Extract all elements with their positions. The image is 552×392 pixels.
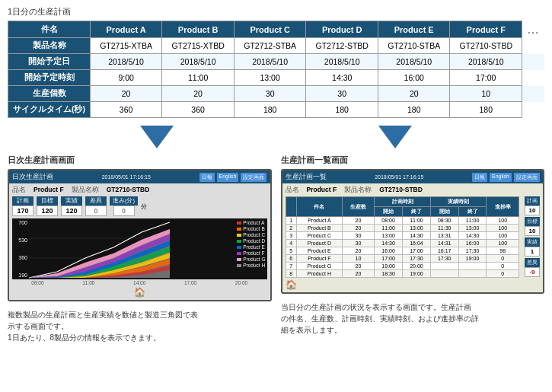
cell-st-0: 08:00 — [375, 217, 403, 225]
cell-qty-3: 30 — [342, 240, 374, 247]
cell-name-5: Product F — [297, 255, 343, 263]
cell-st-2: 13:00 — [375, 232, 403, 240]
right-screen-title: 生産計画一覧 — [286, 172, 327, 182]
left-btn3[interactable]: 設定画面 — [241, 173, 266, 182]
table-row: 開始予定時刻 9:00 11:00 13:00 14:30 16:00 17:0… — [8, 70, 544, 86]
cell-1-5: 2018/5/10 — [450, 54, 522, 70]
right-btn3[interactable]: 設定画面 — [514, 173, 540, 182]
y-label-0: 700 — [14, 220, 27, 225]
left-chart: 700 530 360 190 — [12, 218, 267, 279]
right-table-row: 7 Product G 20 19:00 20:00 0 — [286, 263, 519, 270]
th-qty: 生産数 — [342, 197, 374, 217]
cell-en-1: 13:00 — [403, 225, 431, 232]
right-btn1[interactable]: 日報 — [472, 173, 487, 182]
cell-name-4: Product E — [297, 247, 343, 255]
cell-rst-2: 13:31 — [430, 232, 458, 240]
left-field-label1: 品名 — [12, 186, 26, 195]
legend-label-e: Product E — [243, 244, 265, 250]
cell-3-1: 20 — [162, 86, 235, 102]
cell-st-4: 16:00 — [375, 247, 403, 255]
cell-name-6: Product G — [297, 263, 343, 270]
chart-y-labels: 700 530 360 190 — [12, 218, 29, 279]
left-description: 複数製品の生産計画と生産実績を数値と製造三角図で表 示する画面です。 1日あたり… — [8, 309, 272, 343]
cell-2-1: 11:00 — [162, 70, 235, 86]
right-panel: 生産計画一覧画面 生産計画一覧 2018/05/01 17:16:15 日報 E… — [281, 155, 545, 336]
cell-2-3: 14:30 — [306, 70, 378, 86]
cell-rst-7 — [430, 270, 458, 278]
left-btn2[interactable]: English — [217, 173, 239, 182]
legend-label-d: Product D — [243, 238, 265, 244]
legend-dot-a — [237, 221, 241, 225]
right-table-row: 5 Product E 20 16:00 17:00 16:17 17:30 9… — [286, 247, 519, 255]
left-screen-mock: 日次生産計画 2018/05/01 17:16:15 日報 English 設定… — [8, 169, 272, 301]
cell-ren-0: 11:00 — [458, 217, 487, 225]
cell-4-0: 360 — [91, 102, 162, 118]
cell-en-3: 16:04 — [403, 240, 431, 247]
cell-st-3: 14:30 — [375, 240, 403, 247]
legend-dot-f — [237, 252, 241, 255]
right-table-row: 1 Product A 20 08:00 11:00 08:30 11:00 1… — [286, 217, 519, 225]
right-screen-date: 2018/05/01 17:16:15 — [375, 174, 423, 180]
legend-item-a: Product A — [237, 220, 265, 225]
legend-label-b: Product B — [243, 226, 265, 231]
right-metric-sai: 差異 -9 — [525, 258, 540, 277]
table-dots: … — [522, 21, 544, 38]
right-panel-title: 生産計画一覧画面 — [281, 155, 545, 166]
right-content-row: 件名 生産数 計画時刻 実績時刻 進捗率 開始 終了 開始 — [286, 196, 541, 278]
right-field-value1: Product F — [307, 186, 337, 195]
cell-rate-4: 98 — [487, 247, 519, 255]
right-desc-line2: の件名、生産数、計画時刻、実績時刻、および進捗率の詳 — [281, 313, 545, 324]
table-header-col3: Product C — [235, 21, 306, 38]
chart-svg — [29, 218, 267, 279]
left-field-label2: 製品名称 — [72, 186, 99, 195]
left-screen-date: 2018/05/01 17:16:15 — [102, 174, 151, 180]
right-metric-keikaku-val: 10 — [525, 206, 540, 215]
cell-en-0: 11:00 — [403, 217, 431, 225]
row-label-1: 開始予定日 — [8, 54, 91, 70]
cell-2-2: 13:00 — [235, 70, 306, 86]
metric-jisseki: 実績 120 — [61, 196, 82, 216]
right-screen-buttons[interactable]: 日報 English 設定画面 — [472, 173, 540, 182]
cell-0-0: GT2715-XTBA — [91, 38, 162, 54]
th-actual-end: 終了 — [458, 207, 487, 217]
th-rate: 進捗率 — [487, 197, 519, 217]
cell-1-3: 2018/5/10 — [306, 54, 378, 70]
right-down-arrow — [378, 126, 412, 148]
row-label-4: サイクルタイム(秒) — [8, 102, 91, 118]
cell-name-0: Product A — [297, 217, 343, 225]
cell-4-4: 180 — [378, 102, 450, 118]
cell-en-6: 20:00 — [403, 263, 431, 270]
cell-rst-6 — [430, 263, 458, 270]
right-btn2[interactable]: English — [490, 173, 512, 182]
legend-item-e: Product E — [237, 244, 265, 250]
left-btn1[interactable]: 日報 — [199, 173, 215, 182]
cell-rate-3: 100 — [487, 240, 519, 247]
left-screen-buttons[interactable]: 日報 English 設定画面 — [199, 173, 267, 182]
cell-name-3: Product D — [297, 240, 343, 247]
cell-3-5: 10 — [450, 86, 522, 102]
legend-item-c: Product C — [237, 232, 265, 237]
metric-progress: 進み(分) 0 — [110, 196, 138, 216]
left-metrics-row: 計画 170 目標 120 実績 120 差異 0 — [12, 196, 267, 216]
left-screen-title: 日次生産計画 — [12, 172, 53, 182]
cell-no-0: 1 — [286, 217, 297, 225]
right-metrics: 計画 10 目標 10 実績 1 差異 -9 — [525, 196, 540, 278]
left-screen-titlebar: 日次生産計画 2018/05/01 17:16:15 日報 English 設定… — [9, 171, 270, 183]
left-desc-line1: 複数製品の生産計画と生産実績を数値と製造三角図で表 — [8, 309, 272, 320]
cell-4-3: 180 — [306, 102, 378, 118]
right-desc-line1: 当日分の生産計画の状況を表示する画面です。生産計画 — [281, 301, 545, 313]
metric-mokuhyo-value: 120 — [37, 206, 58, 216]
cell-1-2: 2018/5/10 — [235, 54, 306, 70]
left-field-value1: Product F — [34, 186, 64, 195]
cell-no-6: 7 — [286, 263, 297, 270]
left-panel: 日次生産計画画面 日次生産計画 2018/05/01 17:16:15 日報 E… — [8, 155, 272, 343]
cell-st-6: 19:00 — [375, 263, 403, 270]
cell-rate-1: 100 — [487, 225, 519, 232]
cell-en-4: 17:00 — [403, 247, 431, 255]
legend-dot-c — [237, 234, 241, 237]
right-info-row: 品名 Product F 製品名称 GT2710-STBD — [286, 186, 541, 195]
left-info-row: 品名 Product F 製品名称 GT2710-STBD — [12, 186, 267, 195]
metric-mokuhyo-label: 目標 — [37, 196, 58, 206]
legend-dot-d — [237, 240, 241, 243]
right-field-label2: 製品名称 — [344, 186, 372, 195]
